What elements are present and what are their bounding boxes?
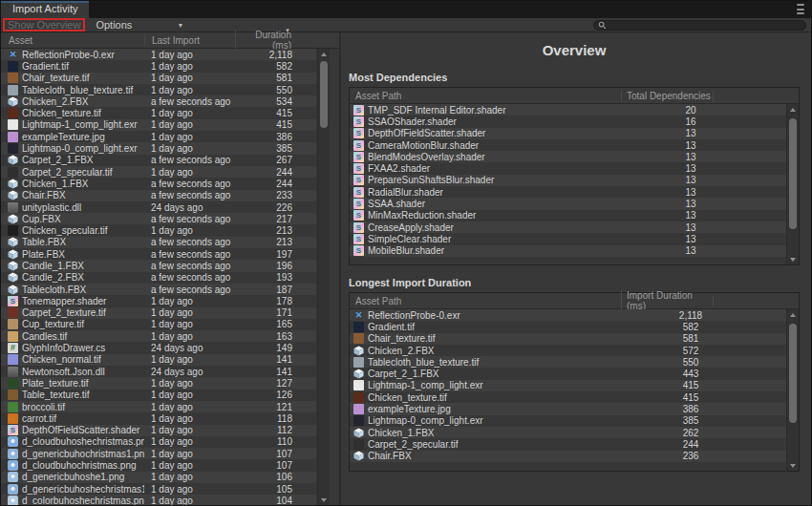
table-row[interactable]: exampleTexture.jpg386 bbox=[350, 403, 786, 414]
scrollbar-thumb[interactable] bbox=[320, 61, 328, 128]
partial-row bbox=[350, 462, 786, 471]
table-row[interactable]: Chicken_texture.tif1 day ago415 bbox=[1, 107, 316, 118]
table-row[interactable]: PrepareSunShaftsBlur.shader13 bbox=[350, 175, 786, 186]
table-row[interactable]: Chicken_2.FBXa few seconds ago534 bbox=[1, 95, 316, 107]
table-row[interactable]: Lightmap-0_comp_light.exr1 day ago385 bbox=[1, 142, 316, 154]
table-row[interactable]: Cup.FBXa few seconds ago217 bbox=[1, 213, 316, 224]
table-row[interactable]: Chair.FBXa few seconds ago233 bbox=[1, 190, 316, 201]
value-cell: 236 bbox=[619, 451, 762, 461]
search-field[interactable] bbox=[593, 20, 806, 31]
scrollbar-thumb[interactable] bbox=[789, 324, 797, 423]
table-row[interactable]: Tonemapper.shader1 day ago178 bbox=[1, 295, 316, 306]
column-header-duration[interactable]: Duration (ms)▼ bbox=[235, 30, 294, 51]
table-row[interactable]: Candles.tif1 day ago163 bbox=[1, 330, 316, 342]
table-row[interactable]: Plate_texture.tif1 day ago127 bbox=[1, 377, 316, 389]
scroll-up-icon[interactable] bbox=[787, 104, 799, 115]
table-row[interactable]: MinMaxReduction.shader13 bbox=[350, 210, 786, 221]
scroll-up-icon[interactable] bbox=[318, 49, 330, 59]
column-header-asset[interactable]: Asset bbox=[1, 35, 144, 46]
table-row[interactable]: carrot.tif1 day ago118 bbox=[1, 412, 316, 424]
table-row[interactable]: GlyphInfoDrawer.cs24 days ago149 bbox=[1, 342, 316, 353]
scrollbar-thumb[interactable] bbox=[789, 118, 797, 229]
scroll-down-icon[interactable] bbox=[318, 495, 330, 505]
table-row[interactable]: Newtonsoft.Json.dll24 days ago141 bbox=[1, 366, 316, 377]
table-row[interactable]: Table_texture.tif1 day ago126 bbox=[1, 390, 316, 401]
table-row[interactable]: Chair_texture.tif1 day ago581 bbox=[1, 73, 316, 84]
table-row[interactable]: d_genericbuhochristmas1.png1 day ago107 bbox=[1, 448, 316, 459]
table-row[interactable]: d_genericbuhoshechristmas1.pn1 day ago10… bbox=[1, 483, 316, 495]
table-row[interactable]: MobileBlur.shader13 bbox=[350, 245, 786, 257]
table-row[interactable]: d_colorbuhoshechristmas.png1 day ago104 bbox=[1, 495, 316, 505]
column-header-asset-path[interactable]: Asset Path bbox=[350, 296, 621, 306]
last-import-cell: a few seconds ago bbox=[144, 237, 235, 247]
table-row[interactable]: d_cloudbuhoshechristmas.png1 day ago110 bbox=[1, 436, 316, 448]
table-row[interactable]: BlendModesOverlay.shader13 bbox=[350, 151, 786, 162]
table-row[interactable]: DepthOfFieldScatter.shader1 day ago112 bbox=[1, 425, 316, 436]
table-row[interactable]: SSAOShader.shader16 bbox=[350, 116, 786, 127]
column-header-asset-path[interactable]: Asset Path bbox=[350, 91, 621, 101]
scroll-down-icon[interactable] bbox=[787, 254, 799, 264]
scroll-up-icon[interactable] bbox=[787, 309, 799, 320]
table-scrollbar[interactable] bbox=[786, 309, 799, 471]
table-row[interactable]: Lightmap-1_comp_light.exr415 bbox=[350, 380, 786, 391]
table-row[interactable]: CameraMotionBlur.shader13 bbox=[350, 139, 786, 151]
table-row[interactable]: Gradient.tif1 day ago582 bbox=[1, 60, 316, 72]
table-row[interactable]: Table.FBXa few seconds ago213 bbox=[1, 237, 316, 248]
scroll-down-icon[interactable] bbox=[787, 460, 799, 471]
table-row[interactable]: Gradient.tif582 bbox=[350, 321, 786, 332]
table-row[interactable]: d_genericbuhoshe1.png1 day ago106 bbox=[1, 472, 316, 483]
table-row[interactable]: CreaseApply.shader13 bbox=[350, 221, 786, 233]
most-dependencies-table: Asset Path Total Dependencies TMP_SDF In… bbox=[349, 87, 800, 265]
table-row[interactable]: RadialBlur.shader13 bbox=[350, 186, 786, 198]
table-row[interactable]: Chicken_specular.tif1 day ago213 bbox=[1, 224, 316, 236]
table-row[interactable]: Chicken_normal.tif1 day ago141 bbox=[1, 354, 316, 366]
table-row[interactable]: Chicken_texture.tif415 bbox=[350, 391, 786, 403]
table-row[interactable]: DepthOfFieldScatter.shader13 bbox=[350, 128, 786, 139]
table-row[interactable]: Cup_texture.tif1 day ago165 bbox=[1, 319, 316, 330]
table-row[interactable]: ReflectionProbe-0.exr1 day ago2,118 bbox=[1, 49, 316, 60]
table-row[interactable]: broccoli.tif1 day ago121 bbox=[1, 401, 316, 412]
column-header-last-import[interactable]: Last Import bbox=[144, 35, 235, 46]
tab-import-activity[interactable]: Import Activity bbox=[1, 1, 89, 18]
table-row[interactable]: SimpleClear.shader13 bbox=[350, 233, 786, 244]
table-row[interactable]: Carpet_2_1.FBXa few seconds ago267 bbox=[1, 155, 316, 166]
table-row[interactable]: Lightmap-1_comp_light.exr1 day ago415 bbox=[1, 119, 316, 131]
pane-menu-icon[interactable] bbox=[797, 4, 804, 14]
table-row[interactable]: Carpet_2_specular.tif244 bbox=[350, 438, 786, 450]
table-row[interactable]: Chicken_1.FBXa few seconds ago244 bbox=[1, 178, 316, 189]
table-row[interactable]: exampleTexture.jpg1 day ago386 bbox=[1, 131, 316, 142]
show-overview-button[interactable]: Show Overview bbox=[8, 19, 80, 32]
table-row[interactable]: ReflectionProbe-0.exr2,118 bbox=[350, 309, 786, 321]
table-row[interactable]: Carpet_2_specular.tif1 day ago244 bbox=[1, 166, 316, 178]
left-scrollbar[interactable] bbox=[317, 49, 330, 505]
table-row[interactable]: Candle_1.FBXa few seconds ago196 bbox=[1, 260, 316, 271]
asset-name-cell: Table_texture.tif bbox=[1, 390, 144, 400]
search-input[interactable] bbox=[607, 21, 801, 30]
table-row[interactable]: Chair_texture.tif581 bbox=[350, 333, 786, 345]
table-row[interactable]: Candle_2.FBXa few seconds ago193 bbox=[1, 272, 316, 284]
options-dropdown[interactable]: Options ▼ bbox=[96, 19, 183, 31]
model-cube-icon bbox=[353, 451, 364, 461]
table-row[interactable]: Carpet_2_1.FBX443 bbox=[350, 368, 786, 379]
texture-thumbnail-icon bbox=[8, 61, 18, 72]
shader-icon bbox=[353, 152, 364, 162]
table-row[interactable]: TMP_SDF Internal Editor.shader20 bbox=[350, 104, 786, 116]
table-row[interactable]: Tablecloth.FBXa few seconds ago187 bbox=[1, 284, 316, 295]
column-header-total-dependencies[interactable]: Total Dependencies bbox=[621, 91, 713, 101]
table-scrollbar[interactable] bbox=[786, 104, 799, 264]
table-row[interactable]: Chicken_1.FBX262 bbox=[350, 427, 786, 438]
table-row[interactable]: unityplastic.dll24 days ago226 bbox=[1, 201, 316, 213]
table-row[interactable]: SSAA.shader13 bbox=[350, 198, 786, 209]
asset-name-cell: Tonemapper.shader bbox=[1, 296, 144, 306]
table-row[interactable]: Plate.FBXa few seconds ago197 bbox=[1, 248, 316, 260]
table-row[interactable]: Carpet_2_texture.tif1 day ago171 bbox=[1, 307, 316, 319]
table-row[interactable]: Tablecloth_blue_texture.tif550 bbox=[350, 356, 786, 368]
table-row[interactable]: d_cloudbuhochristmas.png1 day ago107 bbox=[1, 459, 316, 471]
table-row[interactable]: Tablecloth_blue_texture.tif1 day ago550 bbox=[1, 84, 316, 95]
table-row[interactable]: FXAA2.shader13 bbox=[350, 162, 786, 174]
table-row[interactable]: Chicken_2.FBX572 bbox=[350, 345, 786, 356]
table-row[interactable]: Chair.FBX236 bbox=[350, 451, 786, 462]
table-header: Asset Path Total Dependencies bbox=[350, 88, 799, 104]
table-row[interactable]: Lightmap-0_comp_light.exr385 bbox=[350, 415, 786, 427]
column-header-import-duration[interactable]: Import Duration (ms) bbox=[621, 290, 713, 311]
